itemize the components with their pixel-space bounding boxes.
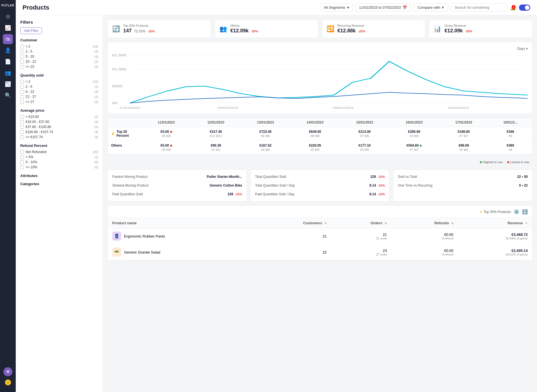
date-table-body: ★ Top 20 Percent €0.00 #0 W0 €317.40 #11…	[108, 127, 532, 154]
date-cell-7: €360 #4	[489, 141, 532, 154]
sidebar-icon-groups[interactable]: 👥	[3, 68, 13, 78]
filter-checkbox[interactable]	[20, 50, 24, 53]
chevron-down-icon-days: ▾	[526, 47, 528, 51]
legend-highest: Highest in row	[480, 160, 503, 164]
metric-info: Recurring Revenue €12.88k -25%	[338, 24, 365, 34]
page-title: Products	[23, 4, 49, 11]
date-cell-6: €349.80 #7 W7	[439, 127, 488, 141]
revenue-chart: €1,500 €1,000 €500 €0	[112, 53, 528, 109]
col-refunds[interactable]: Refunds ⇅	[391, 218, 458, 228]
filter-section-customer: Customer < 2 (10) 2 - 5 (4) 5 - 20 (4) 2…	[20, 38, 98, 69]
download-icon[interactable]: ⬇️	[522, 209, 528, 214]
filter-count: (9)	[95, 125, 98, 129]
theme-toggle[interactable]	[519, 5, 530, 11]
notification-bell[interactable]: 🔔 5	[510, 5, 516, 11]
filter-label: Not Refunded	[26, 150, 46, 154]
cell-main-value: €504.60	[393, 144, 435, 147]
filter-checkbox[interactable]	[20, 100, 24, 104]
filter-section-attributes: Attributes	[20, 174, 98, 178]
col-customers[interactable]: Customers ⇅	[254, 218, 331, 228]
filter-label: 6 - 22	[26, 90, 34, 94]
chart-card: Days ▾ €1,500 €1,000 €500 €0	[107, 42, 532, 114]
svg-text:01/02/2023: 01/02/2023	[448, 106, 469, 109]
product-revenue: €2,405.14 18.61% of gross	[458, 244, 532, 260]
filter-label: < 2	[26, 44, 30, 48]
metric-main-value: 147	[123, 28, 132, 34]
date-range-picker[interactable]: 11/01/2023 to 07/02/2023 📅	[356, 3, 411, 12]
filter-checkbox[interactable]	[20, 45, 24, 48]
filter-checkbox[interactable]	[20, 160, 24, 164]
filter-checkbox[interactable]	[20, 120, 24, 124]
col-orders[interactable]: Orders ⇅	[331, 218, 391, 228]
date-col-14/01/2023: 14/01/2023	[290, 118, 340, 127]
stats-row: Fastest Moving Product Putler Starter-Mo…	[107, 169, 532, 201]
cell-main-value: €722.06	[244, 130, 287, 134]
filter-checkbox[interactable]	[20, 135, 24, 139]
filter-checkbox[interactable]	[20, 80, 24, 84]
compare-with-button[interactable]: Compare with ▾	[414, 3, 448, 12]
filter-checkbox[interactable]	[20, 150, 24, 154]
filter-checkbox[interactable]	[20, 60, 24, 64]
sidebar-icon-products[interactable]: 🛍	[3, 34, 13, 44]
stat-item-1: One Time vs Recurring 0 • 22	[398, 182, 528, 189]
filter-checkbox[interactable]	[20, 55, 24, 59]
add-filter-button[interactable]: Add Filter	[20, 27, 42, 34]
product-name-cell: 🥗 Generic Granite Salad	[108, 244, 254, 260]
cell-main-value: €285.90	[393, 130, 435, 134]
products-table-header: ★ Top 20% Products ⚙️ ⬇️	[108, 206, 532, 218]
days-dropdown[interactable]: Days ▾	[517, 47, 528, 51]
user-avatar[interactable]: M	[3, 367, 12, 376]
main-area: Products All Segments ▾ 11/01/2023 to 07…	[16, 0, 537, 392]
sort-icon-refunds: ⇅	[451, 222, 453, 225]
filter-checkbox[interactable]	[20, 85, 24, 89]
filter-checkbox[interactable]	[20, 95, 24, 99]
stat-change: -15%	[378, 175, 385, 178]
product-customers: 21	[254, 228, 331, 244]
orders-main: 21	[336, 232, 387, 237]
metric-name: Others	[230, 24, 258, 27]
help-icon[interactable]: 🙂	[3, 377, 13, 387]
metric-main-value: €12.09k	[444, 28, 463, 34]
filter-count: (3)	[95, 135, 98, 139]
date-col-11/01/2023: 11/01/2023	[141, 118, 191, 127]
filter-section-categories: Categories	[20, 182, 98, 186]
filter-checkbox[interactable]	[20, 155, 24, 159]
sidebar-icon-chart[interactable]: 📈	[3, 23, 13, 33]
filter-item-left: >= 27	[20, 100, 34, 104]
stat-label: Sold vs Total	[398, 175, 417, 179]
filter-checkbox[interactable]	[20, 130, 24, 134]
product-refunds: €0.00 0 refund	[391, 228, 458, 244]
cell-main-value: €317.40	[194, 130, 237, 134]
segment-dropdown[interactable]: All Segments ▾	[320, 3, 353, 12]
svg-text:€500: €500	[112, 85, 123, 88]
filter-item-left: 5 - 20	[20, 55, 34, 59]
stat-label: Total Quantities Sold / Day	[255, 183, 295, 187]
sidebar-icon-trends[interactable]: 📉	[3, 79, 13, 89]
filter-item: €19.00 - €37.80 (4)	[20, 119, 98, 124]
sidebar-icon-grid[interactable]: ⊞	[3, 12, 13, 22]
filter-checkbox[interactable]	[20, 90, 24, 94]
metric-name: Gross Revenue	[444, 24, 472, 27]
date-cell-0: €0.00 #0 W0	[141, 127, 191, 141]
col-revenue[interactable]: Revenue ▼	[458, 218, 532, 228]
filter-checkbox[interactable]	[20, 65, 24, 69]
filter-item: >= 27 (2)	[20, 99, 98, 104]
filter-count: (2)	[95, 115, 98, 118]
chart-header: Days ▾	[112, 47, 528, 51]
filter-count: (2)	[95, 100, 98, 104]
sidebar-icon-search-person[interactable]: 🔍	[3, 90, 13, 100]
sidebar-icon-reports[interactable]: 📄	[3, 57, 13, 67]
filter-item: 2 - 6 (4)	[20, 84, 98, 89]
filter-checkbox[interactable]	[20, 165, 24, 169]
filter-checkbox[interactable]	[20, 125, 24, 129]
stat-item-0: Sold vs Total 22 • 50	[398, 174, 528, 180]
filter-checkbox[interactable]	[20, 115, 24, 119]
sidebar-icon-users[interactable]: 👤	[3, 45, 13, 55]
stat-item-1: Total Quantities Sold / Day 8.14 -15%	[255, 182, 385, 189]
metric-main-value: €12.88k	[338, 28, 356, 34]
filter-count: (10)	[93, 45, 98, 48]
settings-icon[interactable]: ⚙️	[514, 209, 519, 214]
filter-item: >= 10% (0)	[20, 165, 98, 170]
date-cell-1: €90.39 #2 W2	[191, 141, 241, 154]
search-input[interactable]	[451, 3, 507, 12]
